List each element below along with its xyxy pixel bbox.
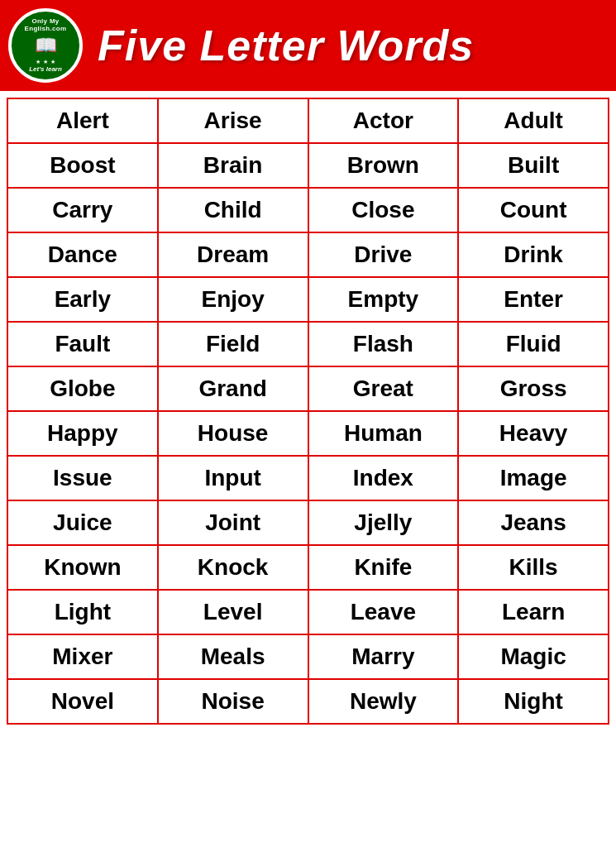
word-cell: Heavy	[458, 411, 609, 456]
word-cell: Brain	[158, 143, 308, 188]
table-row: GlobeGrandGreatGross	[7, 366, 609, 411]
word-cell: Adult	[458, 98, 609, 143]
word-cell: Great	[308, 366, 459, 411]
word-cell: Brown	[308, 143, 459, 188]
word-cell: Input	[158, 456, 308, 500]
word-cell: Magic	[458, 634, 609, 679]
table-row: FaultFieldFlashFluid	[7, 322, 609, 366]
word-cell: Gross	[458, 366, 609, 411]
word-cell: Human	[308, 411, 459, 456]
word-cell: Joint	[158, 500, 308, 545]
table-row: IssueInputIndexImage	[7, 456, 609, 500]
word-cell: Learn	[458, 590, 609, 634]
table-row: DanceDreamDriveDrink	[7, 232, 609, 277]
word-cell: Fault	[7, 322, 158, 366]
table-row: CarryChildCloseCount	[7, 188, 609, 232]
header: Only MyEnglish.com 📖 ★ ★ ★ Let's learn F…	[0, 0, 616, 91]
word-cell: Child	[158, 188, 308, 232]
word-cell: Knock	[158, 545, 308, 590]
word-cell: Carry	[7, 188, 158, 232]
word-cell: Built	[458, 143, 609, 188]
logo-top-text: Only MyEnglish.com	[25, 18, 67, 33]
word-cell: Juice	[7, 500, 158, 545]
word-table: AlertAriseActorAdultBoostBrainBrownBuilt…	[7, 98, 609, 725]
page-title: Five Letter Words	[98, 21, 474, 70]
word-cell: Issue	[7, 456, 158, 500]
word-cell: Mixer	[7, 634, 158, 679]
word-cell: Jeans	[458, 500, 609, 545]
table-row: JuiceJointJjellyJeans	[7, 500, 609, 545]
logo: Only MyEnglish.com 📖 ★ ★ ★ Let's learn	[8, 8, 83, 83]
table-row: AlertAriseActorAdult	[7, 98, 609, 143]
word-cell: Empty	[308, 277, 459, 322]
word-cell: Night	[458, 679, 609, 724]
table-row: LightLevelLeaveLearn	[7, 590, 609, 634]
star-icon: ★	[50, 59, 55, 65]
word-cell: Knife	[308, 545, 459, 590]
word-cell: Known	[7, 545, 158, 590]
word-cell: Leave	[308, 590, 459, 634]
table-row: HappyHouseHumanHeavy	[7, 411, 609, 456]
word-cell: Image	[458, 456, 609, 500]
word-cell: Marry	[308, 634, 459, 679]
word-cell: Novel	[7, 679, 158, 724]
word-cell: Alert	[7, 98, 158, 143]
word-cell: Drink	[458, 232, 609, 277]
word-table-container: AlertAriseActorAdultBoostBrainBrownBuilt…	[0, 91, 616, 731]
word-cell: Enjoy	[158, 277, 308, 322]
word-cell: Jjelly	[308, 500, 459, 545]
word-cell: Actor	[308, 98, 459, 143]
word-cell: Fluid	[458, 322, 609, 366]
word-cell: House	[158, 411, 308, 456]
word-cell: Arise	[158, 98, 308, 143]
word-cell: Light	[7, 590, 158, 634]
word-cell: Close	[308, 188, 459, 232]
logo-stars: ★ ★ ★	[36, 59, 55, 65]
table-row: MixerMealsMarryMagic	[7, 634, 609, 679]
star-icon: ★	[36, 59, 41, 65]
table-row: BoostBrainBrownBuilt	[7, 143, 609, 188]
word-cell: Index	[308, 456, 459, 500]
word-cell: Enter	[458, 277, 609, 322]
word-cell: Globe	[7, 366, 158, 411]
word-cell: Flash	[308, 322, 459, 366]
table-row: KnownKnockKnifeKills	[7, 545, 609, 590]
logo-bottom-text: Let's learn	[29, 65, 62, 73]
word-cell: Grand	[158, 366, 308, 411]
word-cell: Meals	[158, 634, 308, 679]
word-cell: Kills	[458, 545, 609, 590]
word-cell: Drive	[308, 232, 459, 277]
word-cell: Dream	[158, 232, 308, 277]
word-cell: Boost	[7, 143, 158, 188]
word-cell: Level	[158, 590, 308, 634]
table-row: EarlyEnjoyEmptyEnter	[7, 277, 609, 322]
word-cell: Field	[158, 322, 308, 366]
word-cell: Newly	[308, 679, 459, 724]
word-cell: Dance	[7, 232, 158, 277]
table-row: NovelNoiseNewlyNight	[7, 679, 609, 724]
word-cell: Noise	[158, 679, 308, 724]
logo-book-icon: 📖	[35, 35, 57, 56]
star-icon: ★	[43, 59, 48, 65]
word-cell: Early	[7, 277, 158, 322]
word-cell: Happy	[7, 411, 158, 456]
word-cell: Count	[458, 188, 609, 232]
